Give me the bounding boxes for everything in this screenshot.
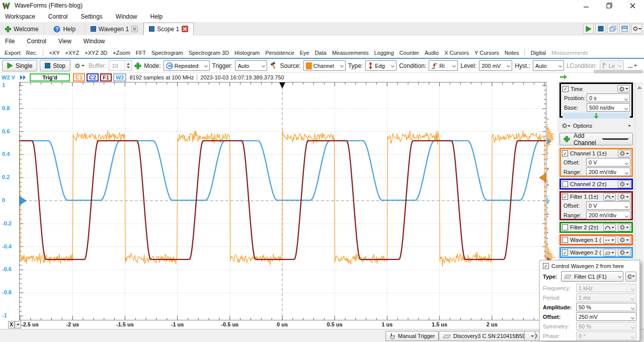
dash-button[interactable] xyxy=(603,236,616,244)
tile-windows-button[interactable] xyxy=(619,24,630,34)
scope-menu-control[interactable]: Control xyxy=(27,38,46,45)
time-base-dropdown[interactable]: 500 ns/div xyxy=(587,103,630,112)
wavegen-param-dropdown[interactable]: 50 % xyxy=(576,303,636,311)
tab-help[interactable]: ?Help xyxy=(44,23,86,35)
tab-welcome[interactable]: Welcome xyxy=(0,23,44,35)
hysteresis-dropdown[interactable]: Auto xyxy=(533,60,564,71)
time-position-dropdown[interactable]: 0 s xyxy=(587,94,630,102)
manual-trigger-button[interactable]: Manual Trigger xyxy=(385,331,439,341)
channel-gear-button[interactable] xyxy=(618,236,630,244)
toolbar-item-fft-6[interactable]: FFT xyxy=(136,50,146,56)
toolbar-item-xcursors-17[interactable]: X Cursors xyxy=(444,50,469,56)
scrollbar-up-icon[interactable] xyxy=(635,84,643,92)
channel-badge-w2[interactable]: W2 xyxy=(113,73,127,81)
channel-panel-header[interactable]: Wavegen 1 (W1) xyxy=(561,236,631,244)
x-axis-button-label[interactable]: X xyxy=(8,321,15,328)
add-channel-button[interactable]: Add Channel xyxy=(559,133,633,145)
channel-checkbox[interactable] xyxy=(562,181,568,187)
channel-checkbox[interactable] xyxy=(562,224,568,230)
menubar-item-window[interactable]: Window xyxy=(116,13,137,20)
restore-button[interactable] xyxy=(601,0,618,11)
channel-param-dropdown[interactable]: 0 V xyxy=(586,158,630,166)
toolbar-item-ycursors-18[interactable]: Y Cursors xyxy=(474,50,499,56)
single-button[interactable]: Single xyxy=(2,60,37,71)
channel-param-dropdown[interactable]: 0 V xyxy=(586,201,630,210)
tab-close-icon[interactable] xyxy=(182,26,188,32)
source-dropdown[interactable]: Channel xyxy=(303,60,346,71)
tab-close-icon[interactable] xyxy=(131,26,138,32)
minimize-button[interactable] xyxy=(578,0,595,11)
control-wavegen2-checkbox[interactable]: ✓ xyxy=(543,263,549,269)
time-drop-strip[interactable] xyxy=(562,113,630,119)
toolbar-item-measurements-21[interactable]: Measurements xyxy=(551,50,588,56)
x-axis-button[interactable]: X xyxy=(8,321,21,328)
sidebar-arrow-icon[interactable] xyxy=(559,74,568,80)
toolbar-item-export-0[interactable]: Export xyxy=(5,50,21,56)
toolbar-item-audio-16[interactable]: Audio xyxy=(425,50,439,56)
toolbar-item-rec-1[interactable]: Rec. xyxy=(26,50,38,56)
buffer-spinner-arrows[interactable] xyxy=(124,61,131,70)
more-controls-button[interactable]: ... xyxy=(626,60,638,71)
channel-checkbox[interactable]: ✓ xyxy=(562,249,568,255)
menubar-item-settings[interactable]: Settings xyxy=(81,13,103,20)
menubar-item-workspace[interactable]: Workspace xyxy=(5,13,35,20)
toolbar-item-notes-19[interactable]: Notes xyxy=(505,50,519,56)
y-axis-channel-label[interactable]: W2 V xyxy=(2,74,17,80)
buffer-spinner[interactable]: 10 xyxy=(109,60,132,71)
toolbar-item-measurements-13[interactable]: Measurements xyxy=(332,50,369,56)
add-buffer-plus-icon[interactable] xyxy=(134,62,141,69)
x-axis-caret[interactable] xyxy=(15,321,21,328)
channel-gear-button[interactable] xyxy=(618,224,630,231)
tabs-settings-gear-button[interactable] xyxy=(631,24,642,34)
toolbar-item-histogram-9[interactable]: Histogram xyxy=(234,50,260,56)
channel-badge-c1[interactable]: C1 xyxy=(73,73,85,81)
scope-menu-file[interactable]: File xyxy=(5,38,15,45)
channel-badge-c2[interactable]: C2 xyxy=(87,73,99,81)
toolbar-item-spectrogram-7[interactable]: Spectrogram xyxy=(151,50,183,56)
wavegen-param-dropdown[interactable]: 250 mV xyxy=(576,312,636,321)
channel-param-dropdown[interactable]: 200 mV/div xyxy=(586,167,630,176)
toolbar-item-counter-15[interactable]: Counter xyxy=(399,50,419,56)
dev-button[interactable] xyxy=(603,249,616,256)
channel-checkbox[interactable] xyxy=(562,237,568,243)
condition-dropdown[interactable]: Ri xyxy=(429,60,458,71)
cascade-windows-button[interactable] xyxy=(607,24,618,34)
level-dropdown[interactable]: 200 mV xyxy=(479,60,512,71)
device-settings-gear-button[interactable] xyxy=(524,331,535,341)
close-button[interactable] xyxy=(624,0,641,11)
toolbar-item-zoom-5[interactable]: +Zoom xyxy=(113,50,130,56)
wavegen-gear-button[interactable] xyxy=(625,272,636,282)
channel-panel-header[interactable]: ✓Wavegen 2 (W2) xyxy=(561,248,631,256)
wavegen-type-dropdown[interactable]: Filter C1 (F1) xyxy=(561,271,623,282)
channel-checkbox[interactable]: ✓ xyxy=(562,150,568,156)
time-checkbox[interactable]: ✓ xyxy=(562,86,569,92)
run-all-button[interactable] xyxy=(583,24,594,34)
wave-button[interactable] xyxy=(603,193,616,201)
channel-gear-button[interactable] xyxy=(618,181,630,188)
wave-button[interactable] xyxy=(603,224,616,231)
channel-badge-f1[interactable]: F1 xyxy=(100,73,112,81)
channel-gear-button[interactable] xyxy=(618,193,630,201)
mode-dropdown[interactable]: Repeated xyxy=(164,60,210,71)
waveform-plot[interactable] xyxy=(19,82,546,320)
toolbar-item-persistence-10[interactable]: Persistence xyxy=(265,50,294,56)
toolbar-item-spectrogram3d-8[interactable]: Spectrogram 3D xyxy=(189,50,229,56)
channel-panel-header[interactable]: Filter 2 (2±) xyxy=(561,223,631,231)
toolbar-item-eye-11[interactable]: Eye xyxy=(300,50,309,56)
channel-checkbox[interactable]: ✓ xyxy=(562,194,568,200)
menubar-item-help[interactable]: Help xyxy=(150,13,163,20)
toolbar-item-digital-20[interactable]: Digital xyxy=(530,50,546,56)
expand-chevrons-icon[interactable] xyxy=(20,74,27,80)
acquisition-gear-button[interactable] xyxy=(73,60,86,71)
scope-menu-window[interactable]: Window xyxy=(84,38,105,45)
toolbar-item-xyz3d-4[interactable]: +XYZ 3D xyxy=(85,50,107,56)
toolbar-item-xy-2[interactable]: +XY xyxy=(49,50,59,56)
time-gear-button[interactable] xyxy=(617,85,630,93)
channel-gear-button[interactable] xyxy=(618,249,630,256)
toolbar-item-data-12[interactable]: Data xyxy=(315,50,327,56)
stop-all-button[interactable] xyxy=(595,24,606,34)
toolbar-item-xyz-3[interactable]: +XYZ xyxy=(65,50,79,56)
channel-gear-button[interactable] xyxy=(618,150,630,157)
channel-panel-header[interactable]: Channel 2 (2±) xyxy=(561,180,631,188)
channel-panel-header[interactable]: ✓Filter 1 (1±) xyxy=(561,193,631,201)
